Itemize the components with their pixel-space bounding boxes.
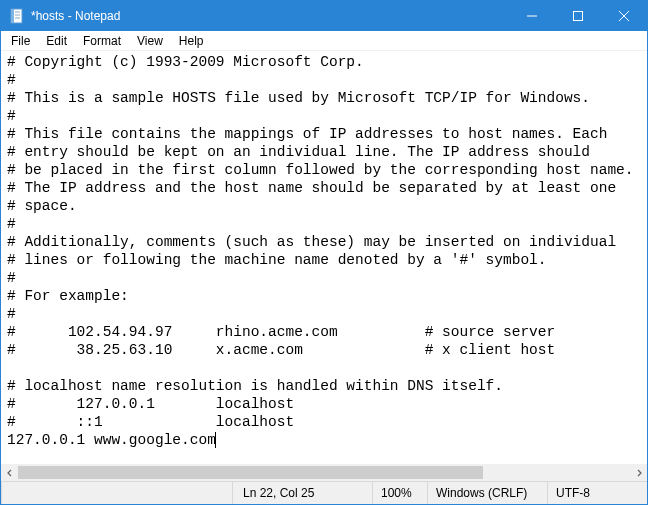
- text-editor[interactable]: # Copyright (c) 1993-2009 Microsoft Corp…: [1, 51, 647, 464]
- menu-edit[interactable]: Edit: [38, 33, 75, 49]
- status-spacer: [1, 482, 232, 504]
- scroll-left-button[interactable]: [1, 464, 18, 481]
- status-zoom: 100%: [372, 482, 427, 504]
- svg-rect-6: [574, 12, 583, 21]
- maximize-button[interactable]: [555, 1, 601, 31]
- close-button[interactable]: [601, 1, 647, 31]
- editor-area: # Copyright (c) 1993-2009 Microsoft Corp…: [1, 51, 647, 481]
- status-line-ending: Windows (CRLF): [427, 482, 547, 504]
- menu-file[interactable]: File: [3, 33, 38, 49]
- editor-content[interactable]: # Copyright (c) 1993-2009 Microsoft Corp…: [7, 54, 634, 448]
- notepad-window: *hosts - Notepad File Edit Format View H…: [0, 0, 648, 505]
- menu-view[interactable]: View: [129, 33, 171, 49]
- minimize-button[interactable]: [509, 1, 555, 31]
- titlebar[interactable]: *hosts - Notepad: [1, 1, 647, 31]
- text-caret: [215, 432, 216, 448]
- status-encoding: UTF-8: [547, 482, 647, 504]
- menu-help[interactable]: Help: [171, 33, 212, 49]
- scroll-thumb[interactable]: [18, 466, 483, 479]
- menubar: File Edit Format View Help: [1, 31, 647, 51]
- notepad-app-icon: [9, 8, 25, 24]
- status-position: Ln 22, Col 25: [232, 482, 372, 504]
- svg-rect-1: [11, 9, 14, 23]
- statusbar: Ln 22, Col 25 100% Windows (CRLF) UTF-8: [1, 481, 647, 504]
- scroll-right-button[interactable]: [630, 464, 647, 481]
- window-title: *hosts - Notepad: [31, 9, 120, 23]
- menu-format[interactable]: Format: [75, 33, 129, 49]
- horizontal-scrollbar[interactable]: [1, 464, 647, 481]
- scroll-track[interactable]: [18, 464, 630, 481]
